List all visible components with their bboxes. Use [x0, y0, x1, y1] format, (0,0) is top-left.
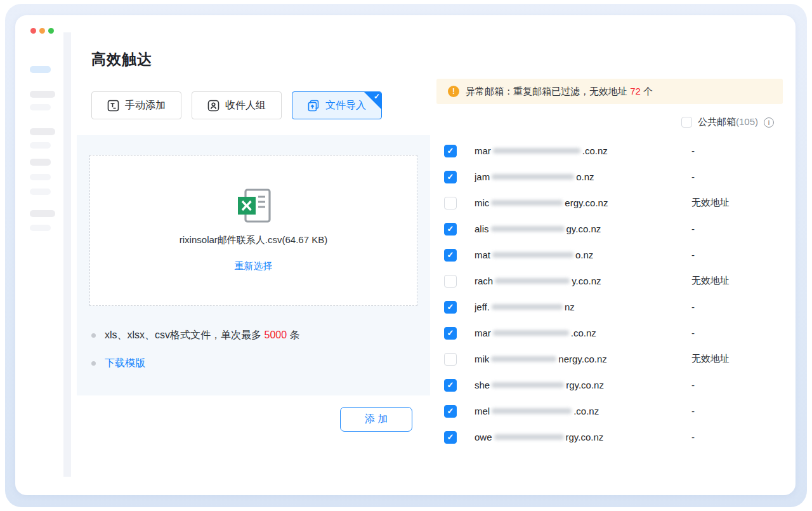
- email-list: ✓ mar.co.nz - ✓ jamo.nz - ✓ micergy.co.n…: [436, 138, 783, 450]
- email-address: micergy.co.nz: [475, 197, 684, 208]
- email-row: ✓ miknergy.co.nz 无效地址: [436, 346, 783, 372]
- sidebar-item-active[interactable]: [30, 66, 51, 73]
- window-frame: 高效触达 手动添加 收件人组 文件导入 ✓: [5, 4, 807, 507]
- redacted-email-segment: [491, 226, 565, 232]
- tab-file-import[interactable]: 文件导入 ✓: [292, 91, 382, 119]
- tab-manual-add[interactable]: 手动添加: [91, 91, 181, 119]
- sidebar-skeleton-bar: [30, 174, 51, 180]
- format-hint: xls、xlsx、csv格式文件，单次最多 5000 条: [105, 329, 300, 342]
- email-row: ✓ micergy.co.nz 无效地址: [436, 190, 783, 216]
- email-row: ✓ jamo.nz -: [436, 164, 783, 190]
- sidebar-skeleton-bar: [30, 159, 51, 166]
- email-row: ✓ jeff.nz -: [436, 294, 783, 320]
- row-checkbox[interactable]: ✓: [444, 353, 457, 366]
- sidebar-divider: [63, 32, 71, 477]
- file-import-icon: [308, 100, 320, 112]
- row-status: -: [691, 406, 695, 416]
- row-checkbox[interactable]: ✓: [444, 405, 457, 418]
- email-row: ✓ mar.co.nz -: [436, 320, 783, 346]
- minimize-window-icon[interactable]: [39, 28, 45, 34]
- sidebar-skeleton-bar: [30, 225, 51, 231]
- row-checkbox[interactable]: ✓: [444, 379, 457, 392]
- row-status: -: [691, 432, 695, 442]
- redacted-email-segment: [493, 148, 580, 154]
- email-row: ✓ owergy.co.nz -: [436, 424, 783, 450]
- bullet-icon: [91, 361, 96, 366]
- bullet-icon: [91, 333, 96, 338]
- row-status: 无效地址: [691, 275, 730, 287]
- sidebar-skeleton-bar: [30, 210, 55, 217]
- row-checkbox[interactable]: ✓: [444, 249, 457, 262]
- redacted-email-segment: [492, 408, 572, 414]
- sidebar-skeleton-bar: [30, 142, 51, 149]
- redacted-email-segment: [492, 382, 564, 388]
- upload-dropzone[interactable]: rixinsolar邮件联系人.csv(64.67 KB) 重新选择: [89, 155, 417, 306]
- email-row: ✓ mar.co.nz -: [436, 138, 783, 164]
- email-address: mar.co.nz: [475, 328, 684, 338]
- uploaded-file-name: rixinsolar邮件联系人.csv(64.67 KB): [180, 234, 327, 246]
- selected-check-icon: ✓: [374, 92, 380, 101]
- row-status: -: [691, 223, 695, 234]
- row-checkbox[interactable]: ✓: [444, 171, 457, 183]
- row-status: 无效地址: [691, 197, 730, 209]
- download-template-link[interactable]: 下载模版: [105, 357, 145, 370]
- tab-label: 收件人组: [225, 99, 266, 112]
- redacted-email-segment: [494, 434, 564, 440]
- sidebar-skeleton-bar: [30, 189, 51, 195]
- recipient-group-icon: [207, 100, 219, 112]
- email-address: owergy.co.nz: [475, 432, 684, 442]
- row-status: -: [691, 145, 695, 156]
- email-address: rachy.co.nz: [475, 275, 684, 286]
- row-checkbox[interactable]: ✓: [444, 223, 457, 236]
- tab-recipient-group[interactable]: 收件人组: [192, 91, 282, 119]
- email-row: ✓ mel.co.nz -: [436, 398, 783, 424]
- warning-text: 异常邮箱：重复邮箱已过滤，无效地址 72 个: [466, 86, 653, 98]
- add-method-tabs: 手动添加 收件人组 文件导入 ✓: [91, 91, 382, 119]
- redacted-email-segment: [492, 304, 563, 310]
- public-mailbox-row: ✓ 公共邮箱(105) i: [681, 116, 774, 128]
- row-checkbox[interactable]: ✓: [444, 145, 457, 157]
- manual-add-icon: [107, 100, 119, 112]
- email-address: jamo.nz: [475, 171, 684, 182]
- redacted-email-segment: [495, 278, 570, 284]
- warning-banner: ! 异常邮箱：重复邮箱已过滤，无效地址 72 个: [436, 79, 783, 104]
- redacted-email-segment: [493, 330, 569, 336]
- app-card: 高效触达 手动添加 收件人组 文件导入 ✓: [15, 15, 796, 495]
- close-window-icon[interactable]: [30, 28, 36, 34]
- email-address: mel.co.nz: [475, 406, 684, 416]
- row-checkbox[interactable]: ✓: [444, 327, 457, 340]
- row-status: -: [691, 302, 695, 312]
- info-icon[interactable]: i: [764, 117, 774, 128]
- warning-icon: !: [448, 86, 459, 97]
- page-title: 高效触达: [91, 50, 152, 69]
- email-row: ✓ alisgy.co.nz -: [436, 216, 783, 242]
- email-address: mato.nz: [475, 249, 684, 260]
- public-mailbox-checkbox[interactable]: ✓: [681, 117, 692, 128]
- tab-label: 手动添加: [125, 99, 166, 112]
- window-controls: [30, 28, 54, 34]
- email-address: alisgy.co.nz: [475, 223, 684, 234]
- row-checkbox[interactable]: ✓: [444, 301, 457, 314]
- excel-file-icon: [235, 189, 272, 225]
- redacted-email-segment: [491, 356, 556, 362]
- row-status: -: [691, 328, 695, 338]
- file-import-panel: rixinsolar邮件联系人.csv(64.67 KB) 重新选择 xls、x…: [77, 135, 430, 395]
- sidebar-skeleton-bar: [30, 91, 55, 98]
- row-status: -: [691, 249, 695, 260]
- email-row: ✓ shergy.co.nz -: [436, 372, 783, 398]
- max-count: 5000: [265, 329, 287, 340]
- row-status: -: [691, 171, 695, 182]
- email-address: jeff.nz: [475, 302, 684, 312]
- email-address: mar.co.nz: [475, 145, 684, 156]
- invalid-count: 72: [630, 86, 641, 96]
- sidebar-skeleton-bar: [30, 128, 55, 135]
- sidebar-skeleton-bar: [30, 104, 51, 110]
- row-checkbox[interactable]: ✓: [444, 431, 457, 444]
- add-button[interactable]: 添 加: [340, 407, 412, 432]
- row-checkbox[interactable]: ✓: [444, 197, 457, 209]
- maximize-window-icon[interactable]: [48, 28, 54, 34]
- reselect-link[interactable]: 重新选择: [235, 260, 273, 272]
- email-row: ✓ mato.nz -: [436, 242, 783, 268]
- public-mailbox-label: 公共邮箱(105): [698, 116, 758, 128]
- row-checkbox[interactable]: ✓: [444, 275, 457, 288]
